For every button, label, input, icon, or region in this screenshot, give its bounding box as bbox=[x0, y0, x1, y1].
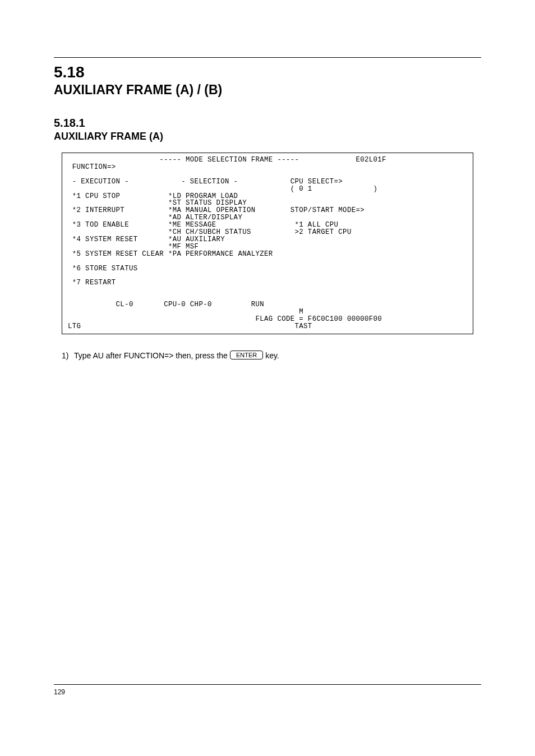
chapter-number: 5.18 bbox=[54, 63, 481, 81]
terminal-content: ----- MODE SELECTION FRAME ----- E02L01F… bbox=[68, 156, 467, 330]
enter-keycap: ENTER bbox=[230, 351, 263, 359]
section-title: AUXILIARY FRAME (A) bbox=[54, 131, 481, 142]
step-number: 1) bbox=[62, 351, 74, 360]
instruction-text-before: Type AU after FUNCTION=> then, press the bbox=[74, 351, 228, 360]
terminal-screenshot: ----- MODE SELECTION FRAME ----- E02L01F… bbox=[62, 153, 473, 334]
instruction-step: 1) Type AU after FUNCTION=> then, press … bbox=[62, 351, 481, 360]
chapter-title: AUXILIARY FRAME (A) / (B) bbox=[54, 82, 481, 98]
page-footer: 129 bbox=[54, 684, 481, 696]
instruction-text-after: key. bbox=[265, 351, 279, 360]
top-rule bbox=[54, 57, 481, 58]
page-number: 129 bbox=[54, 688, 65, 696]
section-number: 5.18.1 bbox=[54, 117, 481, 130]
